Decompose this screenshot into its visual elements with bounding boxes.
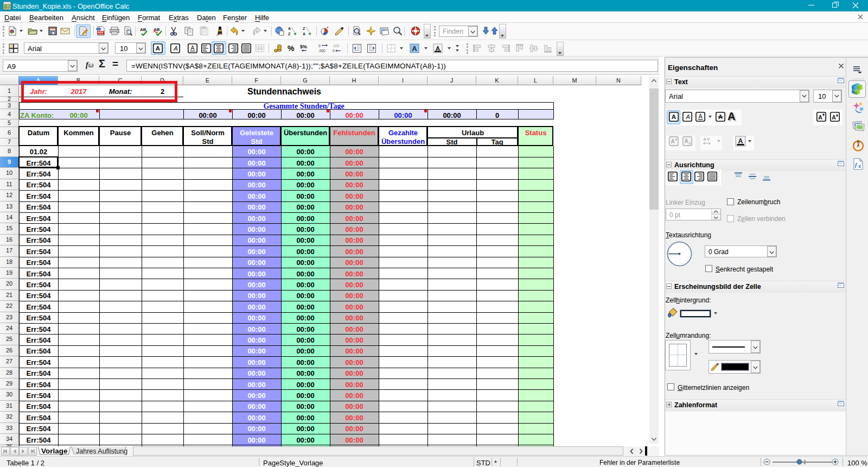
svg-text:A: A [818,114,822,121]
svg-text:0: 0 [333,49,335,53]
svg-text:A: A [698,113,702,119]
svg-text:Z: Z [303,27,305,30]
svg-text:PDF: PDF [98,31,104,34]
svg-text:x: x [675,137,678,141]
svg-text:AB: AB [140,27,146,32]
svg-text:Z: Z [288,32,291,36]
svg-text:$%: $% [300,44,307,49]
svg-text:.000: .000 [318,49,326,53]
svg-text:A: A [156,45,160,52]
svg-text:A: A [436,45,440,52]
svg-text:x: x [858,163,861,169]
svg-text:A: A [173,45,178,52]
svg-text:A: A [685,113,690,120]
svg-text:V: V [707,137,710,142]
svg-text:A: A [703,137,706,142]
svg-text:A: A [303,32,305,36]
svg-text:.000: .000 [333,44,340,48]
svg-text:x: x [689,141,691,145]
svg-text:A: A [190,45,194,51]
svg-text:A: A [288,27,291,30]
svg-text:A: A [738,137,743,145]
svg-text:A: A [412,45,417,53]
svg-text:0: 0 [318,44,321,48]
svg-text:A: A [672,113,676,120]
svg-text:%: % [288,44,295,53]
svg-text:A: A [671,138,674,144]
svg-text:A: A [832,114,836,121]
svg-text:A: A [684,138,688,144]
